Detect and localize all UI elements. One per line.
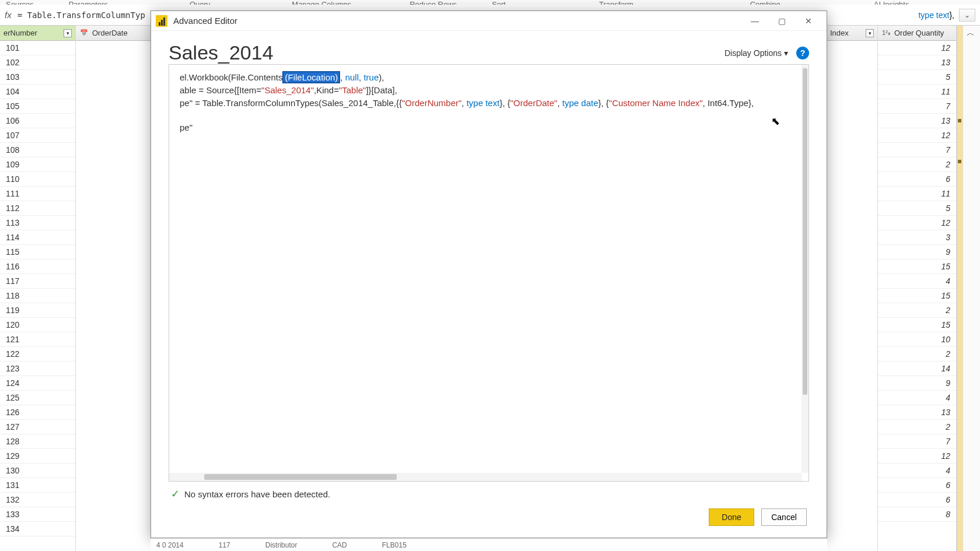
table-cell[interactable]: 5 — [878, 201, 956, 216]
column-header[interactable]: Index ▾ — [827, 26, 877, 41]
table-cell[interactable]: 2 — [878, 347, 956, 362]
table-cell[interactable]: 111 — [0, 187, 75, 201]
table-cell[interactable]: 9 — [878, 376, 956, 391]
table-cell[interactable]: 2 — [878, 303, 956, 318]
table-cell[interactable]: 110 — [0, 172, 75, 187]
table-cell[interactable]: 119 — [0, 303, 75, 318]
table-cell[interactable]: 132 — [0, 493, 75, 507]
table-cell[interactable]: 4 — [878, 274, 956, 289]
table-cell[interactable]: 107 — [0, 128, 75, 143]
table-cell[interactable]: 104 — [0, 85, 75, 99]
scroll-up-icon[interactable]: ︿ — [967, 28, 975, 38]
table-cell[interactable]: 112 — [0, 201, 75, 216]
scrollbar-thumb[interactable] — [803, 68, 807, 395]
table-cell[interactable]: 113 — [0, 216, 75, 230]
table-cell[interactable]: 12 — [878, 449, 956, 464]
table-cell[interactable]: 6 — [878, 478, 956, 493]
table-cell[interactable]: 7 — [878, 99, 956, 114]
table-cell[interactable]: 114 — [0, 230, 75, 245]
table-cell[interactable]: 108 — [0, 143, 75, 157]
filter-dropdown-icon[interactable]: ▾ — [866, 29, 874, 37]
ribbon-tab[interactable]: Sources — [6, 0, 34, 5]
table-cell[interactable]: 117 — [0, 274, 75, 289]
ribbon-tab[interactable]: Reduce Rows — [410, 0, 457, 5]
close-button[interactable]: ✕ — [795, 12, 822, 30]
done-button[interactable]: Done — [709, 508, 754, 526]
fx-icon[interactable]: fx — [5, 10, 12, 20]
table-cell[interactable]: 120 — [0, 318, 75, 332]
table-cell[interactable]: 13 — [878, 114, 956, 128]
filter-dropdown-icon[interactable]: ▾ — [64, 29, 72, 37]
minimize-button[interactable]: — — [741, 12, 768, 30]
ribbon-tab[interactable]: Query — [190, 0, 210, 5]
vertical-scrollbar[interactable] — [802, 65, 808, 473]
table-cell[interactable]: 131 — [0, 478, 75, 493]
table-cell[interactable]: 102 — [0, 55, 75, 70]
column-header[interactable]: erNumber ▾ — [0, 26, 75, 41]
table-cell[interactable]: 11 — [878, 187, 956, 201]
table-cell[interactable]: 101 — [0, 41, 75, 55]
table-cell[interactable]: 10 — [878, 332, 956, 347]
ribbon-tab[interactable]: Parameters — [69, 0, 108, 5]
table-cell[interactable]: 130 — [0, 464, 75, 478]
table-cell[interactable]: 6 — [878, 493, 956, 507]
table-cell[interactable]: 13 — [878, 405, 956, 420]
horizontal-scrollbar[interactable] — [169, 473, 802, 481]
table-cell[interactable]: 11 — [878, 85, 956, 99]
table-cell[interactable]: 121 — [0, 332, 75, 347]
table-cell[interactable]: 12 — [878, 128, 956, 143]
table-cell[interactable]: 4 — [878, 391, 956, 405]
table-cell[interactable]: 6 — [878, 172, 956, 187]
ribbon-tab[interactable]: Transform — [599, 0, 634, 5]
table-cell[interactable]: 15 — [878, 318, 956, 332]
table-cell[interactable]: 105 — [0, 99, 75, 114]
table-cell[interactable]: 9 — [878, 245, 956, 259]
table-cell[interactable]: 124 — [0, 376, 75, 391]
table-cell[interactable]: 116 — [0, 259, 75, 274]
code-editor[interactable]: el.Workbook(File.Contents(FileLocation),… — [169, 64, 809, 482]
table-cell[interactable]: 115 — [0, 245, 75, 259]
table-cell[interactable]: 8 — [878, 507, 956, 522]
cancel-button[interactable]: Cancel — [761, 508, 807, 526]
table-cell[interactable]: 106 — [0, 114, 75, 128]
vertical-scrollbar[interactable]: ︿ — [963, 26, 980, 551]
scrollbar-thumb[interactable] — [204, 474, 397, 480]
table-cell[interactable]: 109 — [0, 157, 75, 172]
code-text[interactable]: el.Workbook(File.Contents(FileLocation),… — [180, 72, 803, 135]
column-header[interactable]: 📅 OrderDate — [76, 26, 151, 41]
table-cell[interactable]: 12 — [878, 216, 956, 230]
help-icon[interactable]: ? — [796, 47, 809, 59]
table-cell[interactable]: 122 — [0, 347, 75, 362]
table-cell[interactable]: 2 — [878, 420, 956, 434]
table-cell[interactable]: 129 — [0, 449, 75, 464]
maximize-button[interactable]: ▢ — [768, 12, 795, 30]
ribbon-tab[interactable]: Manage Columns — [292, 0, 351, 5]
ribbon-tab[interactable]: Combine — [750, 0, 780, 5]
table-cell[interactable]: 15 — [878, 259, 956, 274]
table-cell[interactable]: 12 — [878, 41, 956, 55]
table-cell[interactable]: 128 — [0, 434, 75, 449]
dialog-titlebar[interactable]: Advanced Editor — ▢ ✕ — [151, 11, 827, 31]
ribbon-tab[interactable]: Sort — [492, 0, 506, 5]
table-cell[interactable]: 118 — [0, 289, 75, 303]
table-cell[interactable]: 133 — [0, 507, 75, 522]
table-cell[interactable]: 127 — [0, 420, 75, 434]
ribbon-tab[interactable]: AI Insights — [874, 0, 909, 5]
table-cell[interactable]: 5 — [878, 70, 956, 85]
table-cell[interactable]: 103 — [0, 70, 75, 85]
display-options-dropdown[interactable]: Display Options ▾ — [724, 48, 788, 58]
table-cell[interactable]: 13 — [878, 55, 956, 70]
column-header[interactable]: 1²₃ Order Quantity — [878, 26, 956, 41]
table-cell[interactable]: 126 — [0, 405, 75, 420]
table-cell[interactable]: 14 — [878, 362, 956, 376]
formula-expand-button[interactable]: ⌄ — [959, 9, 975, 22]
table-cell[interactable]: 15 — [878, 289, 956, 303]
table-cell[interactable]: 2 — [878, 157, 956, 172]
table-cell[interactable]: 3 — [878, 230, 956, 245]
table-cell[interactable]: 4 — [878, 464, 956, 478]
table-cell[interactable]: 7 — [878, 434, 956, 449]
table-cell[interactable]: 7 — [878, 143, 956, 157]
table-cell[interactable]: 123 — [0, 362, 75, 376]
table-cell[interactable]: 125 — [0, 391, 75, 405]
table-cell[interactable]: 134 — [0, 522, 75, 536]
